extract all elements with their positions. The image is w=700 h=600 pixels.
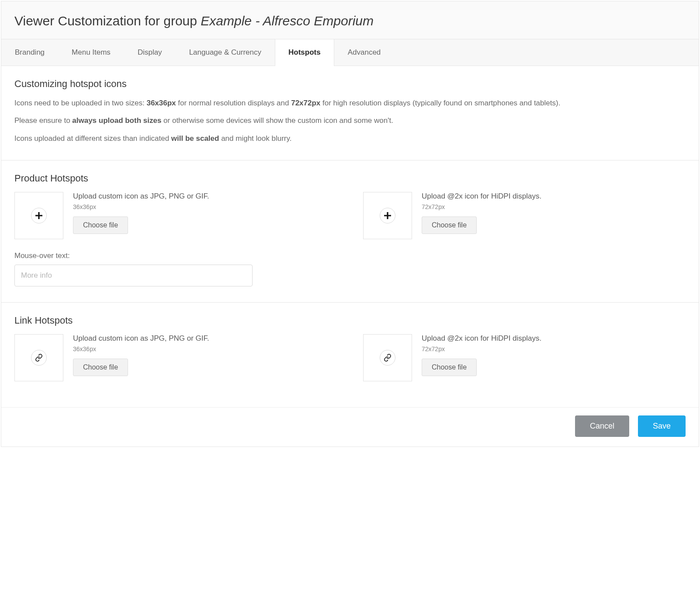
product-normal-title: Upload custom icon as JPG, PNG or GIF. xyxy=(73,192,209,201)
link-upload-hidpi: Upload @2x icon for HiDPI displays. 72x7… xyxy=(363,334,686,381)
product-upload-row: Upload custom icon as JPG, PNG or GIF. 3… xyxy=(14,192,686,239)
link-preview-normal xyxy=(14,334,63,381)
link-hotspots-heading: Link Hotspots xyxy=(14,315,686,326)
tab-branding[interactable]: Branding xyxy=(1,39,58,66)
link-icon xyxy=(31,350,47,366)
footer-actions: Cancel Save xyxy=(1,407,699,447)
link-hidpi-title: Upload @2x icon for HiDPI displays. xyxy=(422,334,541,343)
link-upload-normal: Upload custom icon as JPG, PNG or GIF. 3… xyxy=(14,334,337,381)
link-preview-hidpi xyxy=(363,334,412,381)
intro-paragraph-2: Please ensure to always upload both size… xyxy=(14,115,686,126)
product-normal-choose-button[interactable]: Choose file xyxy=(73,216,128,234)
link-hidpi-meta: Upload @2x icon for HiDPI displays. 72x7… xyxy=(422,334,541,376)
tab-menu-items[interactable]: Menu Items xyxy=(58,39,124,66)
intro-paragraph-3: Icons uploaded at different sizes than i… xyxy=(14,133,686,144)
tab-display[interactable]: Display xyxy=(124,39,176,66)
product-upload-normal: Upload custom icon as JPG, PNG or GIF. 3… xyxy=(14,192,337,239)
link-normal-title: Upload custom icon as JPG, PNG or GIF. xyxy=(73,334,209,343)
plus-icon xyxy=(31,208,47,223)
product-normal-meta: Upload custom icon as JPG, PNG or GIF. 3… xyxy=(73,192,209,234)
tab-bar: Branding Menu Items Display Language & C… xyxy=(1,39,699,66)
panel-header: Viewer Customization for group Example -… xyxy=(1,1,699,39)
mouseover-label: Mouse-over text: xyxy=(14,251,686,260)
link-normal-choose-button[interactable]: Choose file xyxy=(73,359,128,376)
link-upload-row: Upload custom icon as JPG, PNG or GIF. 3… xyxy=(14,334,686,381)
product-preview-hidpi xyxy=(363,192,412,239)
page-title-prefix: Viewer Customization for group xyxy=(14,14,201,28)
link-normal-size: 36x36px xyxy=(73,345,209,352)
page-title-group: Example - Alfresco Emporium xyxy=(201,14,374,28)
product-upload-hidpi: Upload @2x icon for HiDPI displays. 72x7… xyxy=(363,192,686,239)
link-hidpi-size: 72x72px xyxy=(422,345,541,352)
product-hidpi-size: 72x72px xyxy=(422,203,541,210)
product-hotspots-heading: Product Hotspots xyxy=(14,173,686,184)
cancel-button[interactable]: Cancel xyxy=(575,415,629,437)
mouseover-input[interactable] xyxy=(14,265,253,286)
product-hotspots-section: Product Hotspots Upload custom icon as J… xyxy=(1,160,699,303)
intro-paragraph-1: Icons need to be uploaded in two sizes: … xyxy=(14,98,686,109)
product-hidpi-choose-button[interactable]: Choose file xyxy=(422,216,477,234)
intro-heading: Customizing hotspot icons xyxy=(14,78,686,90)
page-title: Viewer Customization for group Example -… xyxy=(14,14,686,28)
link-normal-meta: Upload custom icon as JPG, PNG or GIF. 3… xyxy=(73,334,209,376)
product-normal-size: 36x36px xyxy=(73,203,209,210)
plus-icon xyxy=(380,208,395,223)
product-preview-normal xyxy=(14,192,63,239)
viewer-customization-panel: Viewer Customization for group Example -… xyxy=(1,1,699,447)
tab-hotspots[interactable]: Hotspots xyxy=(275,39,334,66)
link-icon xyxy=(380,350,395,366)
tab-language-currency[interactable]: Language & Currency xyxy=(176,39,275,66)
link-hidpi-choose-button[interactable]: Choose file xyxy=(422,359,477,376)
intro-section: Customizing hotspot icons Icons need to … xyxy=(1,66,699,160)
product-hidpi-title: Upload @2x icon for HiDPI displays. xyxy=(422,192,541,201)
link-hotspots-section: Link Hotspots Upload custom icon as JPG,… xyxy=(1,303,699,407)
tab-advanced[interactable]: Advanced xyxy=(334,39,395,66)
save-button[interactable]: Save xyxy=(638,415,686,437)
product-hidpi-meta: Upload @2x icon for HiDPI displays. 72x7… xyxy=(422,192,541,234)
content-scroll: Customizing hotspot icons Icons need to … xyxy=(1,66,699,407)
